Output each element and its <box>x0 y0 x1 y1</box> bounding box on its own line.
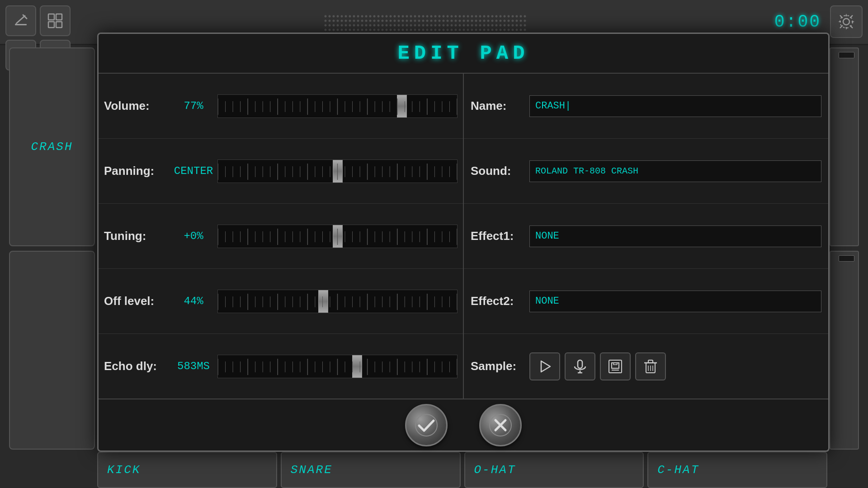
svg-point-76 <box>390 20 392 22</box>
svg-point-78 <box>398 20 400 22</box>
svg-point-68 <box>357 20 359 22</box>
svg-point-65 <box>345 20 347 22</box>
sample-import-button[interactable] <box>600 352 631 380</box>
svg-point-23 <box>377 15 380 18</box>
svg-point-50 <box>487 15 490 18</box>
svg-rect-383 <box>613 363 617 365</box>
svg-point-101 <box>491 20 494 22</box>
svg-point-43 <box>459 15 461 18</box>
crash-pad-label: CRASH <box>31 140 73 154</box>
svg-point-121 <box>369 24 372 27</box>
svg-point-28 <box>398 15 400 18</box>
right-params-col: Name: CRASH | Sound: ROLAND TR-808 CRASH… <box>464 74 828 399</box>
svg-point-59 <box>524 15 526 18</box>
svg-point-66 <box>349 20 351 22</box>
svg-rect-4 <box>48 14 54 20</box>
echo-dly-fader-handle[interactable] <box>352 355 362 378</box>
svg-point-132 <box>414 24 416 27</box>
svg-point-86 <box>430 20 433 22</box>
svg-point-107 <box>516 20 518 22</box>
svg-point-31 <box>410 15 412 18</box>
svg-point-171 <box>369 29 372 31</box>
svg-point-178 <box>398 29 400 31</box>
svg-point-134 <box>422 24 425 27</box>
off-level-slider[interactable] <box>217 290 458 313</box>
svg-point-126 <box>390 24 392 27</box>
cancel-button[interactable] <box>479 404 522 446</box>
svg-point-167 <box>353 29 355 31</box>
echo-dly-slider[interactable] <box>217 355 458 378</box>
svg-point-112 <box>333 24 335 27</box>
grid-icon-button[interactable] <box>40 5 71 36</box>
crash-pad[interactable]: CRASH <box>9 47 95 246</box>
svg-point-166 <box>349 29 351 31</box>
svg-point-25 <box>386 15 388 18</box>
svg-point-57 <box>516 15 518 18</box>
svg-point-146 <box>471 24 473 27</box>
tuning-slider[interactable] <box>217 225 458 248</box>
volume-fader-handle[interactable] <box>397 95 407 117</box>
svg-point-162 <box>333 29 335 31</box>
svg-point-183 <box>418 29 420 31</box>
sound-value-field[interactable]: ROLAND TR-808 CRASH <box>529 160 821 182</box>
svg-point-34 <box>422 15 425 18</box>
confirm-button[interactable] <box>405 404 448 446</box>
gear-icon-button[interactable] <box>830 5 863 38</box>
volume-slider[interactable]: /* ticks via JS */ <box>217 94 458 118</box>
ohat-pad[interactable]: O-HAT <box>464 452 644 488</box>
kick-label: KICK <box>107 463 141 477</box>
svg-point-156 <box>512 24 514 27</box>
tuning-fader-handle[interactable] <box>333 225 343 248</box>
effect1-value-field[interactable]: NONE <box>529 225 821 247</box>
svg-point-114 <box>341 24 343 27</box>
off-level-label: Off level: <box>104 294 170 308</box>
svg-point-123 <box>377 24 380 27</box>
svg-point-33 <box>418 15 420 18</box>
svg-point-176 <box>390 29 392 31</box>
svg-point-210 <box>843 19 849 25</box>
chat-pad[interactable]: C-HAT <box>647 452 827 488</box>
svg-point-14 <box>341 15 343 18</box>
sample-delete-button[interactable] <box>635 352 666 380</box>
svg-point-194 <box>463 29 465 31</box>
svg-point-55 <box>508 15 510 18</box>
name-value-field[interactable]: CRASH | <box>529 95 821 117</box>
svg-point-202 <box>495 29 498 31</box>
svg-point-39 <box>443 15 445 18</box>
panning-slider[interactable] <box>217 160 458 183</box>
svg-point-153 <box>500 24 502 27</box>
edit-icon-button[interactable] <box>5 5 36 36</box>
svg-point-79 <box>402 20 404 22</box>
snare-pad[interactable]: SNARE <box>281 452 461 488</box>
right-side-controls <box>830 47 859 450</box>
svg-point-81 <box>410 20 412 22</box>
empty-pad[interactable] <box>9 251 95 450</box>
sample-record-button[interactable] <box>565 352 595 380</box>
svg-point-18 <box>357 15 359 18</box>
svg-point-98 <box>479 20 481 22</box>
sample-play-button[interactable] <box>529 352 560 380</box>
svg-point-135 <box>426 24 429 27</box>
svg-point-87 <box>434 20 437 22</box>
svg-point-124 <box>382 24 384 27</box>
kick-pad[interactable]: KICK <box>97 452 277 488</box>
svg-point-49 <box>483 15 486 18</box>
svg-point-144 <box>463 24 465 27</box>
svg-point-136 <box>430 24 433 27</box>
panning-fader-handle[interactable] <box>333 160 343 183</box>
speaker-grill: // rendered below <box>321 13 547 34</box>
right-bottom-indicator[interactable] <box>830 251 859 450</box>
svg-line-1 <box>17 16 25 23</box>
effect2-row: Effect2: NONE <box>464 269 828 334</box>
svg-point-60 <box>325 20 327 22</box>
svg-point-21 <box>369 15 372 18</box>
svg-point-150 <box>487 24 490 27</box>
off-level-fader-handle[interactable] <box>318 290 328 313</box>
gear-icon <box>836 12 856 32</box>
left-params-col: Volume: 77% /* ticks via JS */ Panning: … <box>99 74 464 399</box>
svg-point-117 <box>353 24 355 27</box>
effect2-value-field[interactable]: NONE <box>529 291 821 312</box>
svg-point-93 <box>459 20 461 22</box>
right-top-indicator[interactable] <box>830 47 859 246</box>
svg-rect-378 <box>578 360 582 368</box>
